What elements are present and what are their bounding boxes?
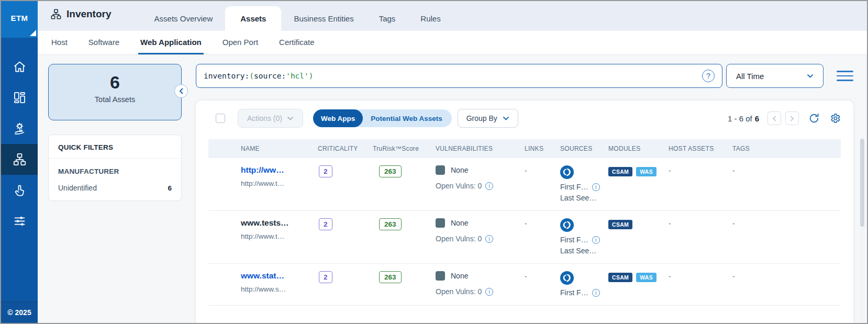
host-assets-cell: -: [666, 165, 730, 202]
query-text: inventory:(source:'hcl'): [204, 72, 314, 80]
info-icon[interactable]: i: [592, 289, 600, 297]
info-icon[interactable]: i: [592, 236, 600, 244]
row-checkbox-cell: [208, 218, 238, 255]
column-header-host-assets[interactable]: HOST ASSETS: [666, 145, 730, 152]
last-seen-label: Last See…: [560, 194, 596, 202]
sources-cell: First F…i: [558, 271, 606, 297]
severity-swatch: [436, 218, 445, 228]
first-found-label: First F…: [560, 288, 588, 297]
subtab-certificate[interactable]: Certificate: [277, 31, 317, 54]
chevron-down-icon: [287, 116, 294, 121]
collapse-panel-button[interactable]: [174, 84, 188, 98]
next-page-button[interactable]: [785, 111, 799, 125]
links-cell: -: [522, 165, 558, 202]
refresh-icon: [808, 113, 820, 124]
group-by-dropdown[interactable]: Group By: [458, 109, 518, 128]
sidebar-item-dashboards[interactable]: [1, 82, 38, 113]
info-icon[interactable]: i: [485, 235, 493, 243]
info-icon[interactable]: i: [592, 183, 600, 191]
quick-filters-title: QUICK FILTERS: [49, 135, 181, 159]
scrollbar-thumb[interactable]: [860, 139, 864, 227]
info-icon[interactable]: i: [485, 182, 493, 190]
tab-assets-overview[interactable]: Assets Overview: [142, 6, 226, 31]
time-range-value: All Time: [736, 72, 764, 81]
asset-name-link[interactable]: http://ww…: [241, 165, 284, 175]
qualys-source-icon[interactable]: [560, 271, 574, 285]
sidebar: ETM © 2025: [1, 1, 38, 323]
potential-web-assets-segment-button[interactable]: Potential Web Assets: [363, 109, 452, 127]
assets-table-card: Actions (0) Web Apps Potential Web Asset…: [196, 100, 853, 323]
subtab-open-port[interactable]: Open Port: [220, 31, 260, 54]
column-header-name[interactable]: NAME: [238, 145, 315, 152]
subtab-software[interactable]: Software: [86, 31, 121, 54]
column-header-vulnerabilities[interactable]: VULNERABILITIES: [433, 145, 522, 152]
previous-page-button[interactable]: [767, 111, 781, 125]
sidebar-item-home[interactable]: [1, 51, 38, 82]
asset-name-link[interactable]: www.tests…: [241, 218, 289, 228]
main-area: Inventory Assets Overview Assets Busines…: [38, 1, 867, 323]
info-icon[interactable]: i: [485, 288, 493, 296]
total-assets-label: Total Assets: [49, 95, 181, 104]
last-seen-label: Last See…: [560, 247, 596, 255]
column-header-trurisk-score[interactable]: TruRisk™Score: [370, 145, 433, 152]
filter-item-unidentified[interactable]: Unidentified 6: [49, 178, 181, 200]
refresh-button[interactable]: [808, 113, 820, 124]
top-header-bar: Inventory Assets Overview Assets Busines…: [38, 1, 867, 31]
tab-business-entities[interactable]: Business Entities: [281, 6, 366, 31]
column-header-links[interactable]: LINKS: [522, 145, 558, 152]
criticality-cell: 2: [315, 271, 370, 297]
select-all-checkbox[interactable]: [216, 114, 225, 123]
total-assets-card[interactable]: 6 Total Assets: [48, 64, 182, 120]
page-title: Inventory: [66, 8, 112, 20]
sidebar-item-response[interactable]: [1, 175, 38, 206]
web-apps-segment-button[interactable]: Web Apps: [313, 109, 363, 127]
host-assets-cell: -: [666, 271, 730, 297]
quick-filters-card: QUICK FILTERS MANUFACTURER Unidentified …: [48, 135, 182, 201]
tab-assets[interactable]: Assets: [225, 6, 281, 31]
query-search-input[interactable]: inventory:(source:'hcl') ?: [196, 64, 722, 88]
query-help-icon[interactable]: ?: [702, 70, 715, 82]
sidebar-item-inventory[interactable]: [1, 144, 38, 175]
tab-rules[interactable]: Rules: [408, 6, 453, 31]
sidebar-item-risk-management[interactable]: [1, 113, 38, 144]
touch-icon: [13, 183, 27, 197]
sources-cell: First F…i Last See…: [558, 165, 606, 202]
criticality-badge: 2: [319, 271, 332, 283]
page-title-group: Inventory: [50, 8, 112, 20]
time-range-dropdown[interactable]: All Time: [726, 64, 824, 88]
row-checkbox-cell: [208, 165, 238, 202]
asset-name-link[interactable]: www.stat…: [241, 271, 284, 281]
severity-swatch: [436, 165, 445, 175]
column-header-criticality[interactable]: CRITICALITY: [315, 145, 370, 152]
vulnerabilities-cell: None Open Vulns: 0i: [433, 218, 522, 255]
tab-tags[interactable]: Tags: [366, 6, 408, 31]
column-header-sources[interactable]: SOURCES: [558, 145, 606, 152]
vulnerabilities-cell: None Open Vulns: 0i: [433, 165, 522, 202]
menu-hamburger-icon[interactable]: [837, 71, 853, 81]
tags-cell: -: [730, 218, 841, 255]
actions-label: Actions (0): [247, 114, 282, 122]
chevron-down-icon: [503, 116, 509, 121]
filter-item-count: 6: [168, 184, 172, 192]
trurisk-score-badge: 263: [379, 165, 402, 177]
subtab-web-application[interactable]: Web Application: [138, 31, 204, 54]
vertical-scrollbar[interactable]: [860, 139, 864, 322]
links-cell: -: [522, 271, 558, 297]
name-cell: http://ww… http://www.t…: [238, 165, 315, 202]
name-cell: www.tests… http://www.t…: [238, 218, 315, 255]
qualys-source-icon[interactable]: [560, 165, 574, 179]
top-tabs: Assets Overview Assets Business Entities…: [142, 1, 453, 31]
column-header-modules[interactable]: MODULES: [606, 145, 666, 152]
content-area: 6 Total Assets QUICK FILTERS MANUFACTURE…: [38, 55, 867, 323]
subtab-host[interactable]: Host: [49, 31, 70, 54]
actions-button[interactable]: Actions (0): [238, 109, 303, 128]
etm-logo[interactable]: ETM: [1, 1, 38, 38]
view-segmented-control: Web Apps Potential Web Assets: [313, 109, 452, 127]
column-header-tags[interactable]: TAGS: [730, 145, 841, 152]
qualys-source-icon[interactable]: [560, 218, 574, 232]
table-header-row: NAME CRITICALITY TruRisk™Score VULNERABI…: [208, 139, 841, 158]
sidebar-item-configuration[interactable]: [1, 206, 38, 237]
module-badge-was: WAS: [636, 167, 656, 176]
asset-url: http://www.t…: [241, 180, 315, 187]
table-settings-button[interactable]: [829, 113, 841, 124]
